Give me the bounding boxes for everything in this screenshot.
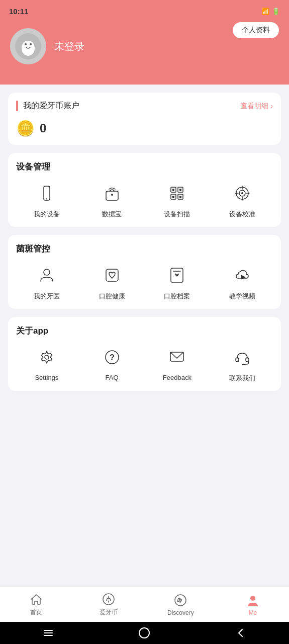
device-scan[interactable]: 设备扫描 [147,181,208,219]
about-feedback-label: Feedback [163,374,191,381]
status-time: 10:11 [9,7,28,16]
coin-icon: 🪙 [16,119,35,137]
feedback-icon [168,348,186,366]
status-bar: 10:11 📶🔋 [0,0,289,22]
headset-icon [233,348,251,366]
device-card: 设备管理 我的设备 [8,153,281,227]
status-icons: 📶🔋 [261,8,280,15]
circle-home-icon [138,627,150,639]
svg-point-42 [250,596,255,601]
svg-text:?: ? [110,353,115,362]
about-feedback[interactable]: Feedback [147,345,208,383]
menu-icon [42,627,54,639]
avatar [10,28,46,64]
about-settings-label: Settings [35,374,58,381]
nav-me[interactable]: Me [217,593,289,616]
device-data-treasure[interactable]: 数据宝 [81,181,143,219]
plaque-section-title: 菌斑管控 [16,243,273,255]
wifi-box-icon [103,184,121,202]
svg-marker-29 [241,275,246,280]
target-icon [233,184,251,202]
coin-card: 我的爱牙币账户 查看明细 › 🪙 0 [8,93,281,145]
coin-section-header: 我的爱牙币账户 查看明细 › [16,101,273,111]
nav-coin[interactable]: 爱牙币 [72,592,145,617]
nav-discovery-label: Discovery [167,609,194,616]
sys-nav-back[interactable] [233,625,248,640]
device-icon [38,184,56,202]
device-my-device-label: 我的设备 [34,210,60,219]
nav-home[interactable]: 首页 [0,592,72,617]
main-content: 我的爱牙币账户 查看明细 › 🪙 0 设备管理 我的设备 [0,85,289,587]
about-section-title: 关于app [16,325,273,337]
sys-nav-menu[interactable] [41,625,56,640]
svg-rect-17 [179,196,181,198]
header-section: 个人资料 未登录 [0,22,289,85]
plaque-tutorial-video-label: 教学视频 [229,292,255,301]
about-faq-label: FAQ [106,374,119,381]
nav-coin-label: 爱牙币 [100,608,118,617]
svg-point-46 [139,628,149,638]
about-grid: Settings ? FAQ Feedback [16,345,273,383]
svg-point-25 [44,269,50,275]
device-section-title: 设备管理 [16,161,273,173]
settings-icon [38,348,56,366]
cloud-play-icon [233,266,251,284]
about-contact-us-label: 联系我们 [229,374,255,383]
about-faq[interactable]: ? FAQ [81,345,143,383]
faq-icon: ? [103,348,121,366]
plaque-my-dentist[interactable]: 我的牙医 [16,263,77,301]
profile-button[interactable]: 个人资料 [233,22,279,38]
svg-rect-15 [179,189,181,191]
system-nav-bar [0,622,289,644]
person-icon [38,266,56,284]
device-grid: 我的设备 数据宝 [16,181,273,219]
avatar-icon [15,33,41,59]
tooth-coin-nav-icon [102,592,116,606]
plaque-oral-health-label: 口腔健康 [99,292,125,301]
device-scan-label: 设备扫描 [164,210,190,219]
svg-point-24 [241,192,243,194]
plaque-my-dentist-label: 我的牙医 [34,292,60,301]
scan-icon [168,184,186,202]
bottom-nav: 首页 爱牙币 Discovery Me [0,587,289,622]
svg-point-41 [179,599,181,601]
svg-rect-16 [172,196,174,198]
svg-rect-26 [106,269,118,281]
svg-point-4 [25,43,27,45]
back-icon [235,627,247,639]
nav-discovery[interactable]: Discovery [145,593,217,616]
heart-tooth-icon [103,266,121,284]
home-nav-icon [29,592,43,606]
coin-detail-link[interactable]: 查看明细 › [240,102,273,111]
spacer [8,399,281,407]
plaque-oral-record-label: 口腔档案 [164,292,190,301]
plaque-tutorial-video[interactable]: 教学视频 [212,263,273,301]
coin-amount: 0 [40,121,46,135]
svg-rect-14 [172,189,174,191]
about-card: 关于app Settings ? FAQ [8,317,281,391]
coin-row: 🪙 0 [16,119,273,137]
device-calibrate[interactable]: 设备校准 [212,181,273,219]
svg-point-9 [111,194,113,196]
plaque-oral-health[interactable]: 口腔健康 [81,263,143,301]
svg-point-40 [175,595,186,606]
coin-title: 我的爱牙币账户 [23,101,79,111]
username-label: 未登录 [54,40,84,53]
me-nav-icon [246,593,260,607]
nav-me-label: Me [249,609,257,616]
device-calibrate-label: 设备校准 [229,210,255,219]
about-settings[interactable]: Settings [16,345,77,383]
device-data-treasure-label: 数据宝 [102,210,122,219]
discovery-nav-icon [173,593,187,607]
plaque-card: 菌斑管控 我的牙医 口腔健康 [8,235,281,309]
plaque-grid: 我的牙医 口腔健康 [16,263,273,301]
svg-point-5 [30,43,32,45]
plaque-oral-record[interactable]: 口腔档案 [147,263,208,301]
device-my-device[interactable]: 我的设备 [16,181,77,219]
file-tooth-icon [168,266,186,284]
nav-home-label: 首页 [30,608,42,617]
about-contact-us[interactable]: 联系我们 [212,345,273,383]
svg-point-30 [45,355,49,359]
sys-nav-home[interactable] [137,625,152,640]
svg-point-37 [103,594,114,605]
